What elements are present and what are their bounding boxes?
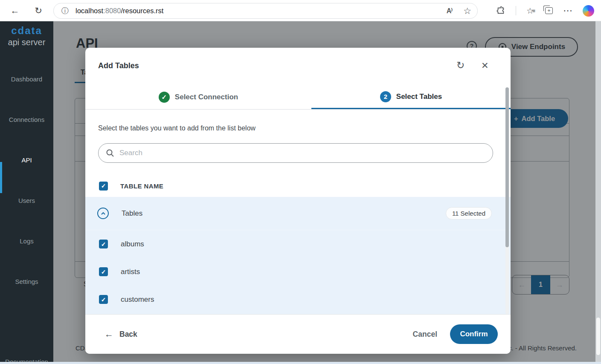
logo-api-server: api server (0, 38, 53, 47)
table-row-label: albums (121, 240, 144, 248)
stepper: ✓ Select Connection 2 Select Tables (85, 85, 511, 110)
read-aloud-icon[interactable]: A⁾ (447, 7, 452, 15)
browser-menu-icon[interactable]: ⋯ (563, 5, 572, 16)
page-scrollbar[interactable] (595, 21, 601, 364)
close-icon[interactable]: ✕ (481, 61, 489, 71)
sidebar-item-dashboard[interactable]: Dashboard (0, 75, 53, 83)
sidebar-item-api[interactable]: API (0, 156, 53, 164)
table-row-albums[interactable]: ✓ albums (85, 230, 511, 258)
url-path: /resources.rst (121, 7, 163, 14)
search-field[interactable] (98, 143, 493, 163)
active-item-indicator (0, 162, 2, 193)
sidebar-item-connections[interactable]: Connections (0, 116, 53, 123)
collections-icon[interactable]: + (545, 7, 553, 14)
collapse-chevron-icon[interactable] (97, 208, 109, 219)
favorite-star-icon[interactable]: ☆ (463, 6, 471, 16)
sidebar-item-logs[interactable]: Logs (0, 237, 53, 245)
url-port: :8080 (103, 7, 121, 14)
table-row-customers[interactable]: ✓ customers (85, 286, 511, 313)
step-select-connection-label: Select Connection (175, 93, 238, 101)
table-row-label: artists (121, 268, 140, 276)
favorites-bar-icon[interactable]: ☆≡ (526, 6, 535, 16)
confirm-button[interactable]: Confirm (450, 324, 498, 344)
browser-toolbar: ← ↻ ⓘ localhost:8080/resources.rst A⁾ ☆ … (0, 0, 601, 21)
sidebar-item-users[interactable]: Users (0, 197, 53, 204)
site-info-icon[interactable]: ⓘ (61, 6, 69, 16)
cancel-button[interactable]: Cancel (413, 330, 437, 339)
tables-list: Tables 11 Selected ✓ albums ✓ artists ✓ … (85, 197, 511, 314)
back-button[interactable]: ← Back (105, 329, 137, 339)
extensions-icon[interactable] (496, 6, 505, 15)
table-row-label: customers (121, 295, 154, 304)
modal-footer: ← Back Cancel Confirm (85, 314, 511, 354)
search-input[interactable] (119, 149, 478, 157)
app-logo: cdata api server (0, 25, 53, 47)
table-name-header: TABLE NAME (120, 182, 163, 190)
page-scrollbar-thumb[interactable] (596, 318, 600, 355)
step-done-check-icon: ✓ (159, 92, 170, 103)
sidebar: cdata api server Dashboard Connections A… (0, 21, 53, 364)
step-select-tables[interactable]: 2 Select Tables (311, 85, 511, 109)
back-arrow-icon: ← (105, 329, 113, 339)
browser-reload-icon[interactable]: ↻ (32, 4, 45, 17)
url-text[interactable]: localhost:8080/resources.rst (75, 7, 163, 15)
table-row-artists[interactable]: ✓ artists (85, 258, 511, 286)
modal-header: Add Tables ↻ ✕ (85, 48, 511, 85)
refresh-icon[interactable]: ↻ (456, 60, 465, 71)
modal-scrollbar-thumb[interactable] (505, 87, 509, 247)
step-select-tables-label: Select Tables (396, 92, 442, 101)
back-label: Back (119, 330, 137, 339)
group-label: Tables (122, 209, 142, 218)
instruction-text: Select the tables you want to add from t… (98, 124, 255, 132)
search-icon (106, 149, 114, 157)
modal-scrollbar[interactable] (505, 87, 509, 314)
address-bar[interactable]: ⓘ localhost:8080/resources.rst A⁾ ☆ (53, 3, 478, 19)
browser-back-icon[interactable]: ← (8, 4, 22, 17)
step-number-badge: 2 (380, 91, 391, 102)
selected-count-badge: 11 Selected (446, 207, 492, 220)
select-all-checkbox[interactable]: ✓ (99, 182, 108, 191)
url-host: localhost (75, 7, 103, 14)
step-select-connection[interactable]: ✓ Select Connection (85, 85, 311, 109)
browser-extensions-row: ☆≡ + ⋯ (496, 0, 601, 21)
row-checkbox[interactable]: ✓ (99, 295, 108, 304)
list-header-row: ✓ TABLE NAME (85, 175, 511, 197)
row-checkbox[interactable]: ✓ (99, 240, 108, 248)
row-checkbox[interactable]: ✓ (99, 267, 108, 276)
copilot-icon[interactable] (583, 5, 594, 17)
group-row-tables[interactable]: Tables 11 Selected (85, 197, 511, 230)
address-bar-actions: A⁾ ☆ (447, 3, 471, 18)
toolbar-divider (516, 6, 516, 15)
modal-title: Add Tables (98, 61, 139, 70)
bottom-edge-strip (0, 362, 601, 364)
screen: ← ↻ ⓘ localhost:8080/resources.rst A⁾ ☆ … (0, 0, 601, 364)
logo-cdata: cdata (0, 25, 53, 37)
sidebar-item-settings[interactable]: Settings (0, 278, 53, 285)
add-tables-modal: Add Tables ↻ ✕ ✓ Select Connection 2 Sel… (85, 48, 511, 354)
